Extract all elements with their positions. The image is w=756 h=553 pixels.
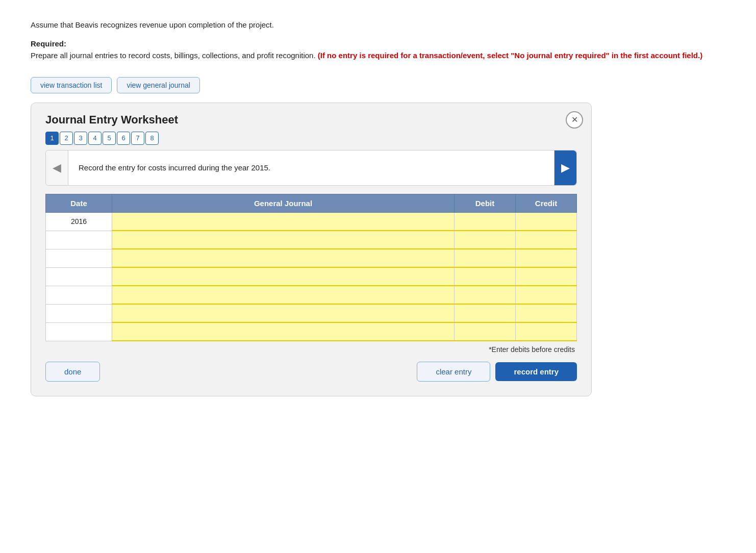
journal-table-wrapper: Date General Journal Debit Credit 2016 (45, 194, 577, 342)
credit-cell-6[interactable] (516, 304, 577, 322)
col-header-general-journal: General Journal (112, 194, 455, 212)
journal-input-2[interactable] (112, 231, 454, 248)
credit-input-2[interactable] (516, 231, 576, 248)
table-row (46, 267, 577, 286)
col-header-debit: Debit (455, 194, 516, 212)
journal-input-7[interactable] (112, 323, 454, 340)
credit-cell-7[interactable] (516, 322, 577, 341)
date-cell-6 (46, 304, 112, 322)
col-header-date: Date (46, 194, 112, 212)
page-tab-5[interactable]: 5 (103, 132, 116, 145)
debit-input-1[interactable] (455, 213, 515, 231)
debit-cell-6[interactable] (455, 304, 516, 322)
required-body: Prepare all journal entries to record co… (31, 50, 725, 62)
top-buttons-container: view transaction list view general journ… (31, 77, 725, 93)
journal-table: Date General Journal Debit Credit 2016 (45, 194, 577, 342)
debit-input-7[interactable] (455, 323, 515, 340)
navigation-row: ◀ Record the entry for costs incurred du… (45, 150, 577, 186)
debit-cell-1[interactable] (455, 212, 516, 231)
journal-cell-7[interactable] (112, 322, 455, 341)
debit-input-5[interactable] (455, 286, 515, 304)
page-tabs: 1 2 3 4 5 6 7 8 (45, 132, 577, 145)
credit-cell-4[interactable] (516, 267, 577, 286)
date-cell-1: 2016 (46, 212, 112, 231)
credit-cell-3[interactable] (516, 249, 577, 267)
worksheet-title: Journal Entry Worksheet (45, 113, 577, 127)
required-label: Required: (31, 39, 725, 48)
bottom-buttons: done clear entry record entry (45, 362, 577, 382)
col-header-credit: Credit (516, 194, 577, 212)
table-row (46, 304, 577, 322)
journal-cell-3[interactable] (112, 249, 455, 267)
credit-input-6[interactable] (516, 305, 576, 322)
nav-instruction-text: Record the entry for costs incurred duri… (68, 150, 554, 185)
credit-input-7[interactable] (516, 323, 576, 340)
prev-arrow-button[interactable]: ◀ (46, 150, 68, 185)
date-cell-2 (46, 231, 112, 249)
journal-input-3[interactable] (112, 249, 454, 267)
debit-input-6[interactable] (455, 305, 515, 322)
credit-input-3[interactable] (516, 249, 576, 267)
journal-input-4[interactable] (112, 268, 454, 285)
table-row (46, 322, 577, 341)
journal-cell-1[interactable] (112, 212, 455, 231)
date-cell-5 (46, 286, 112, 304)
next-arrow-button[interactable]: ▶ (554, 150, 576, 185)
journal-cell-2[interactable] (112, 231, 455, 249)
record-entry-button[interactable]: record entry (495, 362, 577, 381)
page-tab-2[interactable]: 2 (60, 132, 73, 145)
debit-cell-7[interactable] (455, 322, 516, 341)
debit-input-4[interactable] (455, 268, 515, 285)
close-button[interactable]: ✕ (566, 111, 583, 129)
debit-input-2[interactable] (455, 231, 515, 248)
debit-cell-2[interactable] (455, 231, 516, 249)
debit-cell-3[interactable] (455, 249, 516, 267)
view-general-journal-button[interactable]: view general journal (117, 77, 200, 93)
view-transaction-list-button[interactable]: view transaction list (31, 77, 112, 93)
credit-input-5[interactable] (516, 286, 576, 304)
credit-input-4[interactable] (516, 268, 576, 285)
debit-input-3[interactable] (455, 249, 515, 267)
table-row: 2016 (46, 212, 577, 231)
hint-text: *Enter debits before credits (45, 345, 577, 354)
page-tab-4[interactable]: 4 (88, 132, 102, 145)
date-cell-4 (46, 267, 112, 286)
clear-entry-button[interactable]: clear entry (417, 362, 490, 382)
table-row (46, 286, 577, 304)
journal-cell-5[interactable] (112, 286, 455, 304)
required-body-normal: Prepare all journal entries to record co… (31, 51, 316, 60)
page-tab-7[interactable]: 7 (131, 132, 144, 145)
credit-cell-1[interactable] (516, 212, 577, 231)
table-row (46, 249, 577, 267)
page-tab-6[interactable]: 6 (117, 132, 130, 145)
intro-text: Assume that Beavis recognizes revenue up… (31, 20, 725, 29)
credit-cell-5[interactable] (516, 286, 577, 304)
journal-input-1[interactable] (112, 213, 454, 231)
journal-cell-4[interactable] (112, 267, 455, 286)
credit-input-1[interactable] (516, 213, 576, 231)
table-row (46, 231, 577, 249)
page-tab-3[interactable]: 3 (74, 132, 87, 145)
page-tab-8[interactable]: 8 (145, 132, 159, 145)
page-tab-1[interactable]: 1 (45, 132, 59, 145)
done-button[interactable]: done (45, 362, 100, 382)
journal-cell-6[interactable] (112, 304, 455, 322)
credit-cell-2[interactable] (516, 231, 577, 249)
worksheet-container: Journal Entry Worksheet ✕ 1 2 3 4 5 6 7 … (31, 103, 592, 397)
date-cell-3 (46, 249, 112, 267)
journal-input-6[interactable] (112, 305, 454, 322)
debit-cell-4[interactable] (455, 267, 516, 286)
required-body-highlight: (If no entry is required for a transacti… (318, 51, 702, 60)
debit-cell-5[interactable] (455, 286, 516, 304)
journal-input-5[interactable] (112, 286, 454, 304)
date-cell-7 (46, 322, 112, 341)
